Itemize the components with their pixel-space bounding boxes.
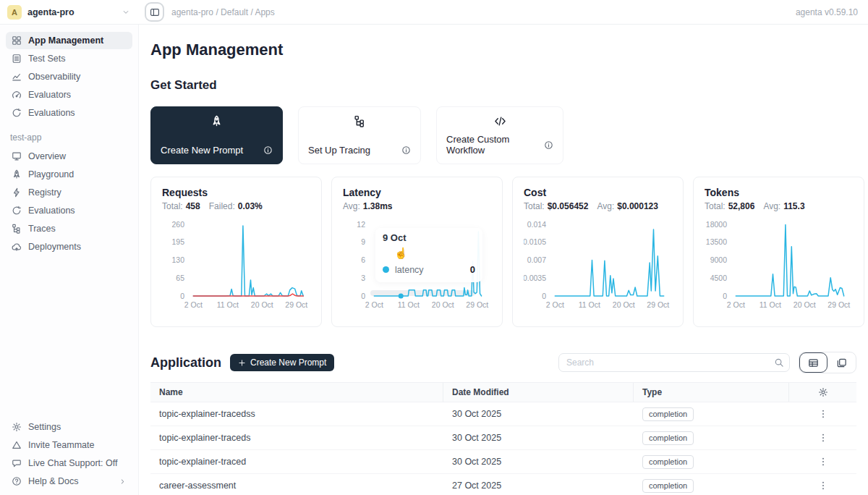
app-name: topic-explainer-traced [150, 457, 443, 467]
top-header: A agenta-pro agenta-pro / Default / Apps… [0, 0, 868, 25]
type-cell: completion [634, 479, 789, 493]
tooltip-date: 9 Oct [383, 232, 475, 243]
requests-chart[interactable]: 0651301952602 Oct11 Oct20 Oct29 Oct [162, 219, 310, 310]
chevron-right-icon [119, 478, 127, 486]
workspace-selector[interactable]: A agenta-pro [0, 5, 139, 20]
applications-table: NameDate ModifiedType topic-explainer-tr… [150, 382, 856, 495]
info-icon[interactable] [544, 140, 553, 150]
search-input[interactable] [558, 353, 790, 372]
row-menu-button[interactable] [798, 409, 848, 419]
chart-line-icon [12, 72, 22, 82]
sidebar-item-evaluations[interactable]: Evaluations [6, 104, 132, 122]
stat-card-stats: Total:458Failed:0.03% [162, 201, 310, 211]
sidebar-item-invite-teammate[interactable]: Invite Teammate [6, 436, 132, 454]
type-cell: completion [634, 431, 789, 445]
sidebar-item-label: Traces [28, 224, 56, 234]
dots-vertical-icon [818, 409, 828, 419]
series-dot-icon [383, 266, 389, 273]
sidebar-item-label: Evaluations [28, 108, 75, 118]
type-cell: completion [634, 407, 789, 421]
get-started-card-set-up-tracing[interactable]: Set Up Tracing [298, 106, 421, 164]
stat-card-tokens: TokensTotal:52,806Avg:115.30450090001350… [693, 177, 864, 327]
svg-text:12: 12 [357, 220, 365, 229]
row-menu-button[interactable] [798, 457, 848, 467]
sidebar-panel-icon [150, 7, 160, 17]
sidebar-item-overview[interactable]: Overview [6, 148, 132, 165]
svg-text:0: 0 [723, 292, 727, 300]
app-name: career-assessment [150, 481, 443, 491]
sidebar-item-deployments[interactable]: Deployments [6, 238, 132, 255]
cost-chart[interactable]: 00.00350.0070.01050.0142 Oct11 Oct20 Oct… [524, 219, 672, 310]
tokens-chart[interactable]: 04500900013500180002 Oct11 Oct20 Oct29 O… [705, 219, 853, 310]
svg-text:29 Oct: 29 Oct [827, 300, 850, 309]
sidebar-item-observability[interactable]: Observability [6, 68, 132, 85]
table-view-button[interactable] [799, 352, 827, 373]
info-icon[interactable] [263, 145, 273, 155]
svg-text:0.0035: 0.0035 [524, 274, 546, 282]
table-row[interactable]: topic-explainer-traced30 Oct 2025complet… [150, 450, 856, 474]
get-started-card-label: Set Up Tracing [308, 145, 370, 156]
svg-text:2 Oct: 2 Oct [727, 300, 745, 309]
sidebar-item-app-management[interactable]: App Management [6, 32, 132, 49]
stat-card-latency: LatencyAvg:1.38ms0369122 Oct11 Oct20 Oct… [331, 177, 503, 327]
sidebar-item-label: Playground [28, 169, 74, 179]
stat-card-title: Latency [343, 187, 491, 198]
search-icon[interactable] [774, 358, 784, 368]
tooltip-series-row: latency0 [383, 264, 475, 275]
sidebar-item-test-sets[interactable]: Test Sets [6, 50, 132, 67]
sidebar-item-registry[interactable]: Registry [6, 184, 132, 201]
sidebar-item-label: Help & Docs [28, 476, 78, 486]
table-row[interactable]: topic-explainer-traceds30 Oct 2025comple… [150, 426, 856, 450]
rocket-icon [161, 115, 273, 127]
svg-text:18000: 18000 [706, 220, 727, 229]
tooltip-value: 0 [470, 264, 475, 275]
workspace-avatar: A [7, 5, 22, 20]
sidebar-item-settings[interactable]: Settings [6, 418, 132, 436]
sidebar-item-help-docs[interactable]: Help & Docs [6, 473, 132, 490]
app-name: topic-explainer-traceds [150, 433, 443, 443]
column-settings-icon[interactable] [818, 387, 828, 397]
plus-icon [238, 359, 246, 367]
svg-text:11 Oct: 11 Oct [579, 300, 600, 309]
stat-failed: Failed:0.03% [209, 201, 263, 211]
application-title: Application [150, 355, 221, 371]
sidebar-toggle-button[interactable] [145, 2, 164, 22]
row-menu-button[interactable] [798, 481, 848, 491]
sidebar-item-evaluations[interactable]: Evaluations [6, 202, 132, 219]
svg-text:13500: 13500 [706, 237, 727, 246]
get-started-card-create-custom-workflow[interactable]: Create Custom Workflow [436, 106, 563, 164]
row-menu-button[interactable] [798, 433, 848, 443]
svg-text:2 Oct: 2 Oct [365, 300, 383, 309]
sidebar-item-live-chat-support-off[interactable]: Live Chat Support: Off [6, 454, 132, 472]
sidebar-item-traces[interactable]: Traces [6, 220, 132, 237]
breadcrumb[interactable]: agenta-pro / Default / Apps [171, 7, 275, 17]
svg-text:20 Oct: 20 Oct [613, 300, 635, 309]
svg-text:0: 0 [361, 292, 365, 300]
svg-text:9: 9 [361, 237, 365, 246]
table-row[interactable]: career-assessment27 Oct 2025completion [150, 474, 856, 495]
type-cell: completion [634, 455, 789, 469]
type-badge: completion [642, 407, 694, 421]
bolt-icon [12, 187, 22, 198]
svg-text:0: 0 [542, 292, 546, 300]
svg-text:29 Oct: 29 Oct [647, 300, 669, 309]
sidebar-item-label: Invite Teammate [28, 440, 94, 450]
sidebar-section-label: test-app [10, 132, 132, 143]
svg-text:11 Oct: 11 Oct [217, 300, 239, 309]
svg-text:2 Oct: 2 Oct [546, 300, 564, 309]
sidebar-item-evaluators[interactable]: Evaluators [6, 86, 132, 103]
card-view-icon [836, 358, 847, 368]
sidebar-item-label: Overview [28, 151, 66, 161]
stat-total: Total:52,806 [705, 201, 754, 211]
get-started-card-create-new-prompt[interactable]: Create New Prompt [150, 106, 283, 164]
create-new-prompt-button[interactable]: Create New Prompt [230, 354, 334, 371]
help-icon [12, 476, 22, 486]
sidebar-item-playground[interactable]: Playground [6, 166, 132, 183]
sidebar-item-label: Evaluations [28, 206, 75, 216]
svg-text:20 Oct: 20 Oct [251, 300, 273, 309]
info-icon[interactable] [401, 145, 411, 155]
card-view-button[interactable] [827, 352, 856, 373]
cursor-pointer-icon: ☝ [394, 247, 408, 260]
sidebar-item-label: Test Sets [28, 54, 65, 64]
table-row[interactable]: topic-explainer-tracedss30 Oct 2025compl… [150, 402, 856, 426]
